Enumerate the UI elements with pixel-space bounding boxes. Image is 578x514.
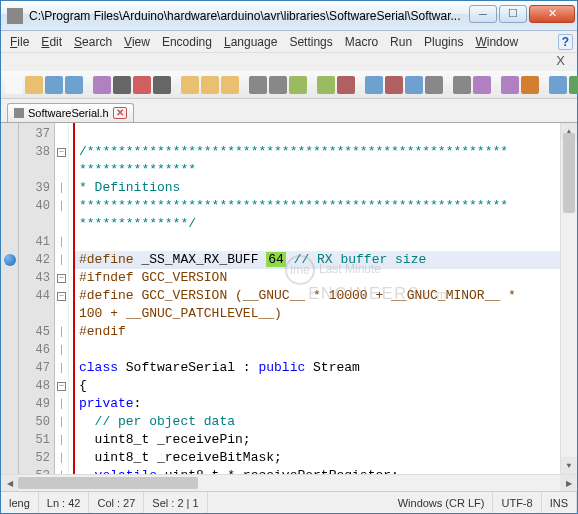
tab-close-icon[interactable]: ✕	[113, 107, 127, 119]
menu-macro[interactable]: Macro	[340, 33, 383, 51]
toolbar-button-9[interactable]	[201, 76, 219, 94]
menu-view[interactable]: View	[119, 33, 155, 51]
fold-toggle-icon[interactable]: −	[57, 274, 66, 283]
toolbar-button-0[interactable]	[5, 76, 23, 94]
toolbar-button-2[interactable]	[45, 76, 63, 94]
toolbar-button-7[interactable]	[153, 76, 171, 94]
titlebar[interactable]: C:\Program Files\Arduino\hardware\arduin…	[1, 1, 577, 31]
menu-file[interactable]: File	[5, 33, 34, 51]
toolbar-button-17[interactable]	[385, 76, 403, 94]
toolbar-button-5[interactable]	[113, 76, 131, 94]
status-sel: Sel : 2 | 1	[144, 492, 207, 513]
toolbar-button-10[interactable]	[221, 76, 239, 94]
toolbar-button-16[interactable]	[365, 76, 383, 94]
code-area[interactable]: /***************************************…	[75, 123, 577, 474]
menu-search[interactable]: Search	[69, 33, 117, 51]
status-mode[interactable]: INS	[542, 492, 577, 513]
app-icon	[7, 8, 23, 24]
menu-encoding[interactable]: Encoding	[157, 33, 217, 51]
toolbar-button-11[interactable]	[249, 76, 267, 94]
toolbar-button-8[interactable]	[181, 76, 199, 94]
toolbar-button-19[interactable]	[425, 76, 443, 94]
menu-edit[interactable]: Edit	[36, 33, 67, 51]
toolbar-button-12[interactable]	[269, 76, 287, 94]
toolbar-button-1[interactable]	[25, 76, 43, 94]
menu-window[interactable]: Window	[470, 33, 523, 51]
menu-run[interactable]: Run	[385, 33, 417, 51]
menu-help[interactable]: ?	[558, 34, 573, 50]
toolbar-button-24[interactable]	[549, 76, 567, 94]
status-encoding[interactable]: UTF-8	[493, 492, 541, 513]
line-number-gutter: 37383940414243444546474849505152535455	[19, 123, 55, 474]
minimize-button[interactable]: ─	[469, 5, 497, 23]
toolbar	[1, 71, 577, 99]
breakpoint-margin[interactable]	[1, 123, 19, 474]
toolbar-button-23[interactable]	[521, 76, 539, 94]
fold-toggle-icon[interactable]: −	[57, 148, 66, 157]
highlighted-token: 64	[266, 252, 286, 267]
status-length: leng	[1, 492, 39, 513]
toolbar-button-3[interactable]	[65, 76, 83, 94]
breakpoint-icon[interactable]	[4, 254, 16, 266]
editor[interactable]: 37383940414243444546474849505152535455 −…	[1, 123, 577, 474]
fold-margin[interactable]: −││││−−│││−│││││││	[55, 123, 69, 474]
toolbar-button-6[interactable]	[133, 76, 151, 94]
fold-toggle-icon[interactable]: −	[57, 382, 66, 391]
maximize-button[interactable]: ☐	[499, 5, 527, 23]
scroll-thumb[interactable]	[563, 133, 575, 213]
toolbar-button-15[interactable]	[337, 76, 355, 94]
status-eol[interactable]: Windows (CR LF)	[390, 492, 494, 513]
toolbar-button-13[interactable]	[289, 76, 307, 94]
toolbar-button-14[interactable]	[317, 76, 335, 94]
menu-language[interactable]: Language	[219, 33, 282, 51]
toolbar-button-22[interactable]	[501, 76, 519, 94]
menu-plugins[interactable]: Plugins	[419, 33, 468, 51]
highlighted-line: #define _SS_MAX_RX_BUFF 64 // RX buffer …	[75, 251, 577, 269]
toolbar-button-18[interactable]	[405, 76, 423, 94]
status-ln: Ln : 42	[39, 492, 90, 513]
scroll-down-icon[interactable]: ▼	[561, 457, 577, 474]
scroll-right-icon[interactable]: ▶	[560, 475, 577, 491]
toolbar-button-4[interactable]	[93, 76, 111, 94]
tab-label: SoftwareSerial.h	[28, 107, 109, 119]
tab-softwareserial[interactable]: SoftwareSerial.h ✕	[7, 103, 134, 122]
tabbar: SoftwareSerial.h ✕	[1, 99, 577, 123]
horizontal-scrollbar[interactable]: ◀ ▶	[1, 474, 577, 491]
menubar: File Edit Search View Encoding Language …	[1, 31, 577, 53]
fold-toggle-icon[interactable]: −	[57, 292, 66, 301]
vertical-scrollbar[interactable]: ▲ ▼	[560, 123, 577, 474]
scroll-left-icon[interactable]: ◀	[1, 475, 18, 491]
menu-settings[interactable]: Settings	[284, 33, 337, 51]
scroll-thumb-h[interactable]	[18, 477, 198, 489]
file-icon	[14, 108, 24, 118]
close-button[interactable]: ✕	[529, 5, 575, 23]
status-col: Col : 27	[89, 492, 144, 513]
window: C:\Program Files\Arduino\hardware\arduin…	[0, 0, 578, 514]
toolbar-button-25[interactable]	[569, 76, 578, 94]
toolbar-button-20[interactable]	[453, 76, 471, 94]
menu-overflow[interactable]: X	[1, 53, 577, 71]
statusbar: leng Ln : 42 Col : 27 Sel : 2 | 1 Window…	[1, 491, 577, 513]
toolbar-button-21[interactable]	[473, 76, 491, 94]
window-title: C:\Program Files\Arduino\hardware\arduin…	[29, 9, 467, 23]
